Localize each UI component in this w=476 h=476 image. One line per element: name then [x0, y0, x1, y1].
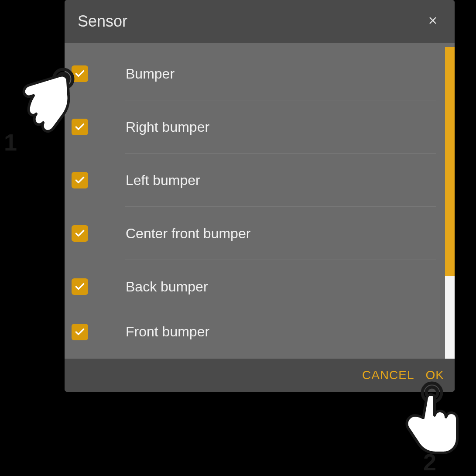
item-label: Back bumper [126, 279, 208, 295]
step-number-1: 1 [4, 129, 17, 156]
check-icon [74, 175, 86, 186]
list-item[interactable]: Bumper [65, 47, 445, 100]
list-item[interactable]: Center front bumper [65, 207, 445, 260]
scrollbar[interactable] [445, 47, 455, 359]
dialog-header: Sensor [65, 0, 455, 43]
close-icon [427, 12, 439, 31]
item-label: Center front bumper [126, 226, 250, 242]
list-item[interactable]: Left bumper [65, 154, 445, 207]
check-icon [74, 121, 86, 133]
item-label: Right bumper [126, 119, 209, 135]
checkbox-right-bumper[interactable] [72, 119, 88, 135]
step-number-2: 2 [423, 449, 436, 476]
item-label: Left bumper [126, 172, 200, 188]
check-icon [74, 326, 86, 338]
checkbox-back-bumper[interactable] [72, 278, 88, 295]
dialog-footer: CANCEL OK [65, 359, 455, 392]
list-item[interactable]: Right bumper [65, 100, 445, 154]
dialog-title: Sensor [78, 12, 127, 31]
sensor-dialog: Sensor Bumper [65, 0, 455, 392]
list-item[interactable]: Back bumper [65, 260, 445, 313]
sensor-list: Bumper Right bumper Left bumper [65, 47, 445, 359]
close-button[interactable] [424, 13, 442, 30]
check-icon [74, 68, 86, 79]
check-icon [74, 228, 86, 239]
scrollbar-thumb[interactable] [445, 47, 455, 276]
checkbox-center-front-bumper[interactable] [72, 225, 88, 242]
cancel-button[interactable]: CANCEL [362, 368, 414, 382]
item-label: Front bumper [126, 324, 209, 340]
checkbox-front-bumper[interactable] [72, 324, 88, 340]
dialog-body: Bumper Right bumper Left bumper [65, 43, 455, 359]
item-label: Bumper [126, 66, 175, 82]
checkbox-left-bumper[interactable] [72, 172, 88, 188]
list-item[interactable]: Front bumper [65, 313, 445, 348]
check-icon [74, 281, 86, 292]
